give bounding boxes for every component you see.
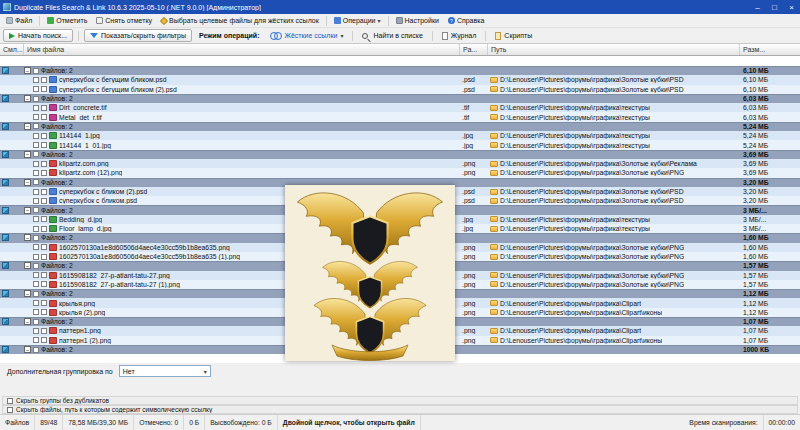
group-row[interactable]: −Файлов: 2 6,10 МБ: [0, 66, 800, 75]
menu-operations[interactable]: Операции▾: [330, 14, 385, 27]
file-row[interactable]: klipartz.com (12).png .png D:\Lenouser\P…: [0, 168, 800, 177]
group-checkbox[interactable]: [33, 96, 39, 102]
group-checkbox[interactable]: [33, 123, 39, 129]
group-row[interactable]: −Файлов: 2 3,69 МБ: [0, 150, 800, 159]
file-mark-checkbox[interactable]: [41, 114, 47, 120]
file-row[interactable]: Dirt_concrete.tif .tif D:\Lenouser\Pictu…: [0, 103, 800, 112]
file-mark-checkbox[interactable]: [41, 170, 47, 176]
group-checkbox[interactable]: [33, 263, 39, 269]
grouping-select[interactable]: Нет▾: [119, 365, 211, 377]
file-mark-checkbox[interactable]: [41, 161, 47, 167]
collapse-toggle[interactable]: −: [24, 290, 31, 297]
file-checkbox[interactable]: [33, 272, 39, 278]
file-mark-checkbox[interactable]: [41, 244, 47, 250]
file-mark-checkbox[interactable]: [41, 281, 47, 287]
file-checkbox[interactable]: [33, 337, 39, 343]
file-checkbox[interactable]: [33, 161, 39, 167]
file-checkbox[interactable]: [33, 170, 39, 176]
collapse-toggle[interactable]: −: [24, 67, 31, 74]
file-checkbox[interactable]: [33, 86, 39, 92]
file-row[interactable]: 114144_1.jpg .jpg D:\Lenouser\Pictures\ф…: [0, 131, 800, 140]
file-mark-checkbox[interactable]: [41, 133, 47, 139]
file-mark-checkbox[interactable]: [41, 272, 47, 278]
group-checkbox[interactable]: [33, 68, 39, 74]
file-checkbox[interactable]: [33, 281, 39, 287]
file-mark-checkbox[interactable]: [41, 189, 47, 195]
menu-unmark[interactable]: Снять отметку: [92, 14, 156, 27]
column-header-extension[interactable]: Ра...: [460, 44, 488, 55]
file-mark-checkbox[interactable]: [41, 105, 47, 111]
menu-select-hardlink-targets[interactable]: Выбрать целевые файлы для жёстких ссылок: [157, 14, 323, 27]
collapse-toggle[interactable]: −: [24, 151, 31, 158]
file-mark-checkbox[interactable]: [41, 226, 47, 232]
file-row[interactable]: 114144_1_01.jpg .jpg D:\Lenouser\Picture…: [0, 140, 800, 149]
file-checkbox[interactable]: [33, 216, 39, 222]
collapse-toggle[interactable]: −: [24, 207, 31, 214]
file-checkbox[interactable]: [33, 244, 39, 250]
hide-symlink-checkbox[interactable]: [7, 407, 13, 413]
column-header-path[interactable]: Путь: [488, 44, 740, 55]
file-row[interactable]: суперкубок с бегущим бликом.psd .psd D:\…: [0, 75, 800, 84]
file-checkbox[interactable]: [33, 189, 39, 195]
find-in-list-button[interactable]: Найти в списке: [358, 29, 426, 42]
collapse-toggle[interactable]: −: [24, 179, 31, 186]
menu-mark[interactable]: Отметить: [43, 14, 91, 27]
column-header-filename[interactable]: Имя файла: [24, 44, 460, 55]
group-checkbox[interactable]: [33, 347, 39, 353]
collapse-toggle[interactable]: −: [24, 123, 31, 130]
group-checkbox[interactable]: [33, 151, 39, 157]
file-checkbox[interactable]: [33, 142, 39, 148]
group-checkbox[interactable]: [33, 235, 39, 241]
file-mark-checkbox[interactable]: [41, 300, 47, 306]
maximize-button[interactable]: □: [766, 0, 783, 14]
file-mark-checkbox[interactable]: [41, 86, 47, 92]
group-checkbox[interactable]: [33, 207, 39, 213]
hide-groups-checkbox[interactable]: [7, 398, 13, 404]
menu-settings[interactable]: Настройки: [392, 14, 443, 27]
hide-symlink-files-option[interactable]: Скрыть файлы, путь к которым содержит си…: [2, 405, 798, 414]
collapse-toggle[interactable]: −: [24, 318, 31, 325]
menu-help[interactable]: ?Справка: [444, 14, 488, 27]
group-checkbox[interactable]: [33, 179, 39, 185]
file-mark-checkbox[interactable]: [41, 77, 47, 83]
file-checkbox[interactable]: [33, 309, 39, 315]
column-header-links[interactable]: Смл...: [0, 44, 24, 55]
collapse-toggle[interactable]: −: [24, 95, 31, 102]
start-search-button[interactable]: Начать поиск...: [3, 29, 73, 42]
file-mark-checkbox[interactable]: [41, 309, 47, 315]
hardlink-mode-dropdown[interactable]: Жёсткие ссылки▾: [266, 29, 347, 42]
file-checkbox[interactable]: [33, 133, 39, 139]
close-button[interactable]: ×: [783, 0, 800, 14]
journal-button[interactable]: Журнал: [438, 29, 481, 42]
file-mark-checkbox[interactable]: [41, 328, 47, 334]
file-checkbox[interactable]: [33, 198, 39, 204]
group-row[interactable]: −Файлов: 2 5,24 МБ: [0, 122, 800, 131]
file-checkbox[interactable]: [33, 328, 39, 334]
file-checkbox[interactable]: [33, 226, 39, 232]
menu-file[interactable]: Файл: [2, 14, 36, 27]
file-mark-checkbox[interactable]: [41, 337, 47, 343]
hide-groups-option[interactable]: Скрыть группы без дубликатов: [2, 396, 798, 405]
file-row[interactable]: Metal_det_r.tif .tif D:\Lenouser\Picture…: [0, 112, 800, 121]
file-mark-checkbox[interactable]: [41, 198, 47, 204]
collapse-toggle[interactable]: −: [24, 234, 31, 241]
file-mark-checkbox[interactable]: [41, 254, 47, 260]
group-row[interactable]: −Файлов: 2 6,03 МБ: [0, 94, 800, 103]
collapse-toggle[interactable]: −: [24, 346, 31, 353]
file-checkbox[interactable]: [33, 300, 39, 306]
column-header-size[interactable]: Разм...: [740, 44, 800, 55]
collapse-toggle[interactable]: −: [24, 262, 31, 269]
file-row[interactable]: суперкубок с бегущим бликом (2).psd .psd…: [0, 85, 800, 94]
file-mark-checkbox[interactable]: [41, 216, 47, 222]
file-row[interactable]: klipartz.com.png .png D:\Lenouser\Pictur…: [0, 159, 800, 168]
file-checkbox[interactable]: [33, 105, 39, 111]
scripts-button[interactable]: Скрипты: [491, 29, 536, 42]
file-checkbox[interactable]: [33, 254, 39, 260]
minimize-button[interactable]: –: [749, 0, 766, 14]
group-checkbox[interactable]: [33, 319, 39, 325]
file-mark-checkbox[interactable]: [41, 142, 47, 148]
file-checkbox[interactable]: [33, 77, 39, 83]
toggle-filters-button[interactable]: Показать/скрыть фильтры: [84, 29, 192, 42]
group-checkbox[interactable]: [33, 291, 39, 297]
file-checkbox[interactable]: [33, 114, 39, 120]
